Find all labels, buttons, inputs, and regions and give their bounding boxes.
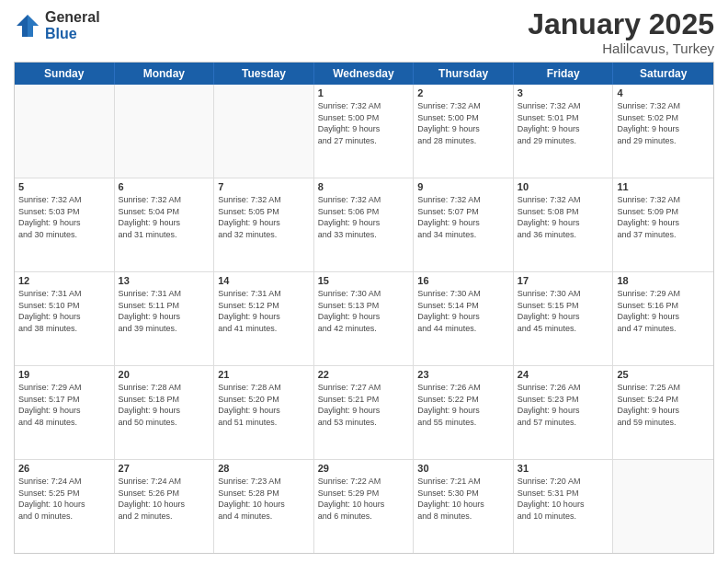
cell-text: Sunrise: 7:32 AM Sunset: 5:04 PM Dayligh… [119, 194, 210, 240]
cell-text: Sunrise: 7:25 AM Sunset: 5:24 PM Dayligh… [617, 382, 710, 428]
cell-text: Sunrise: 7:20 AM Sunset: 5:31 PM Dayligh… [518, 476, 609, 522]
day-number: 27 [119, 463, 210, 474]
calendar-cell: 22Sunrise: 7:27 AM Sunset: 5:21 PM Dayli… [314, 366, 415, 459]
calendar-cell: 26Sunrise: 7:24 AM Sunset: 5:25 PM Dayli… [15, 460, 115, 553]
weekday-header: Friday [514, 63, 614, 85]
calendar-cell: 17Sunrise: 7:30 AM Sunset: 5:15 PM Dayli… [514, 272, 614, 365]
logo-general: General [45, 9, 100, 26]
calendar-cell: 18Sunrise: 7:29 AM Sunset: 5:16 PM Dayli… [613, 272, 713, 365]
calendar-row: 26Sunrise: 7:24 AM Sunset: 5:25 PM Dayli… [15, 459, 713, 553]
day-number: 28 [218, 463, 310, 474]
cell-text: Sunrise: 7:29 AM Sunset: 5:16 PM Dayligh… [617, 288, 710, 334]
day-number: 25 [617, 369, 710, 380]
calendar-cell: 30Sunrise: 7:21 AM Sunset: 5:30 PM Dayli… [414, 460, 514, 553]
day-number: 9 [417, 181, 509, 192]
day-number: 23 [417, 369, 509, 380]
day-number: 13 [119, 275, 210, 286]
calendar-cell: 12Sunrise: 7:31 AM Sunset: 5:10 PM Dayli… [15, 272, 115, 365]
calendar-cell: 7Sunrise: 7:32 AM Sunset: 5:05 PM Daylig… [214, 178, 314, 271]
cell-text: Sunrise: 7:27 AM Sunset: 5:21 PM Dayligh… [318, 382, 410, 428]
cell-text: Sunrise: 7:24 AM Sunset: 5:26 PM Dayligh… [119, 476, 210, 522]
cell-text: Sunrise: 7:28 AM Sunset: 5:20 PM Dayligh… [218, 382, 310, 428]
day-number: 22 [318, 369, 410, 380]
calendar-cell: 6Sunrise: 7:32 AM Sunset: 5:04 PM Daylig… [115, 178, 215, 271]
cell-text: Sunrise: 7:32 AM Sunset: 5:06 PM Dayligh… [318, 194, 410, 240]
day-number: 12 [18, 275, 110, 286]
calendar-cell: 3Sunrise: 7:32 AM Sunset: 5:01 PM Daylig… [514, 85, 614, 178]
cell-text: Sunrise: 7:23 AM Sunset: 5:28 PM Dayligh… [218, 476, 310, 522]
cell-text: Sunrise: 7:32 AM Sunset: 5:02 PM Dayligh… [617, 100, 710, 146]
title-block: January 2025 Halilcavus, Turkey [528, 9, 714, 56]
cell-text: Sunrise: 7:30 AM Sunset: 5:15 PM Dayligh… [518, 288, 609, 334]
calendar-cell: 14Sunrise: 7:31 AM Sunset: 5:12 PM Dayli… [214, 272, 314, 365]
cell-text: Sunrise: 7:30 AM Sunset: 5:14 PM Dayligh… [417, 288, 509, 334]
calendar-cell: 27Sunrise: 7:24 AM Sunset: 5:26 PM Dayli… [115, 460, 215, 553]
day-number: 4 [617, 87, 710, 98]
cell-text: Sunrise: 7:32 AM Sunset: 5:03 PM Dayligh… [18, 194, 110, 240]
calendar-cell: 5Sunrise: 7:32 AM Sunset: 5:03 PM Daylig… [15, 178, 115, 271]
calendar-cell: 31Sunrise: 7:20 AM Sunset: 5:31 PM Dayli… [514, 460, 614, 553]
logo-text: General Blue [45, 9, 100, 41]
calendar-cell [15, 85, 115, 178]
calendar-cell: 19Sunrise: 7:29 AM Sunset: 5:17 PM Dayli… [15, 366, 115, 459]
cell-text: Sunrise: 7:32 AM Sunset: 5:09 PM Dayligh… [617, 194, 710, 240]
calendar-cell: 13Sunrise: 7:31 AM Sunset: 5:11 PM Dayli… [115, 272, 215, 365]
day-number: 7 [218, 181, 310, 192]
day-number: 8 [318, 181, 410, 192]
day-number: 19 [18, 369, 110, 380]
calendar-cell: 25Sunrise: 7:25 AM Sunset: 5:24 PM Dayli… [613, 366, 713, 459]
cell-text: Sunrise: 7:22 AM Sunset: 5:29 PM Dayligh… [318, 476, 410, 522]
weekday-header: Sunday [15, 63, 115, 85]
day-number: 10 [518, 181, 609, 192]
cell-text: Sunrise: 7:32 AM Sunset: 5:00 PM Dayligh… [318, 100, 410, 146]
calendar-cell [214, 85, 314, 178]
cell-text: Sunrise: 7:31 AM Sunset: 5:10 PM Dayligh… [18, 288, 110, 334]
cell-text: Sunrise: 7:29 AM Sunset: 5:17 PM Dayligh… [18, 382, 110, 428]
calendar-row: 19Sunrise: 7:29 AM Sunset: 5:17 PM Dayli… [15, 365, 713, 459]
logo-icon [14, 12, 41, 40]
calendar-cell: 16Sunrise: 7:30 AM Sunset: 5:14 PM Dayli… [414, 272, 514, 365]
day-number: 29 [318, 463, 410, 474]
logo-blue: Blue [45, 26, 100, 42]
day-number: 24 [518, 369, 609, 380]
calendar-cell: 21Sunrise: 7:28 AM Sunset: 5:20 PM Dayli… [214, 366, 314, 459]
calendar-cell: 2Sunrise: 7:32 AM Sunset: 5:00 PM Daylig… [414, 85, 514, 178]
day-number: 1 [318, 87, 410, 98]
cell-text: Sunrise: 7:32 AM Sunset: 5:01 PM Dayligh… [518, 100, 609, 146]
calendar-cell: 20Sunrise: 7:28 AM Sunset: 5:18 PM Dayli… [115, 366, 215, 459]
calendar-header: SundayMondayTuesdayWednesdayThursdayFrid… [15, 63, 713, 85]
calendar-cell: 4Sunrise: 7:32 AM Sunset: 5:02 PM Daylig… [613, 85, 713, 178]
cell-text: Sunrise: 7:32 AM Sunset: 5:05 PM Dayligh… [218, 194, 310, 240]
calendar-cell: 9Sunrise: 7:32 AM Sunset: 5:07 PM Daylig… [414, 178, 514, 271]
calendar-body: 1Sunrise: 7:32 AM Sunset: 5:00 PM Daylig… [15, 85, 713, 553]
day-number: 6 [119, 181, 210, 192]
day-number: 14 [218, 275, 310, 286]
calendar-cell: 24Sunrise: 7:26 AM Sunset: 5:23 PM Dayli… [514, 366, 614, 459]
calendar-cell [613, 460, 713, 553]
weekday-header: Monday [115, 63, 215, 85]
weekday-header: Wednesday [314, 63, 415, 85]
cell-text: Sunrise: 7:26 AM Sunset: 5:23 PM Dayligh… [518, 382, 609, 428]
cell-text: Sunrise: 7:32 AM Sunset: 5:00 PM Dayligh… [417, 100, 509, 146]
cell-text: Sunrise: 7:30 AM Sunset: 5:13 PM Dayligh… [318, 288, 410, 334]
calendar-cell: 11Sunrise: 7:32 AM Sunset: 5:09 PM Dayli… [613, 178, 713, 271]
calendar-row: 5Sunrise: 7:32 AM Sunset: 5:03 PM Daylig… [15, 178, 713, 271]
day-number: 21 [218, 369, 310, 380]
calendar-cell: 28Sunrise: 7:23 AM Sunset: 5:28 PM Dayli… [214, 460, 314, 553]
page: General Blue January 2025 Halilcavus, Tu… [0, 0, 728, 563]
cell-text: Sunrise: 7:21 AM Sunset: 5:30 PM Dayligh… [417, 476, 509, 522]
day-number: 2 [417, 87, 509, 98]
weekday-header: Saturday [613, 63, 713, 85]
day-number: 11 [617, 181, 710, 192]
cell-text: Sunrise: 7:32 AM Sunset: 5:08 PM Dayligh… [518, 194, 609, 240]
weekday-header: Thursday [414, 63, 514, 85]
cell-text: Sunrise: 7:28 AM Sunset: 5:18 PM Dayligh… [119, 382, 210, 428]
calendar-cell: 1Sunrise: 7:32 AM Sunset: 5:00 PM Daylig… [314, 85, 415, 178]
svg-marker-1 [28, 15, 39, 37]
day-number: 31 [518, 463, 609, 474]
cell-text: Sunrise: 7:31 AM Sunset: 5:12 PM Dayligh… [218, 288, 310, 334]
calendar-cell: 29Sunrise: 7:22 AM Sunset: 5:29 PM Dayli… [314, 460, 415, 553]
day-number: 5 [18, 181, 110, 192]
day-number: 26 [18, 463, 110, 474]
logo: General Blue [14, 9, 100, 41]
